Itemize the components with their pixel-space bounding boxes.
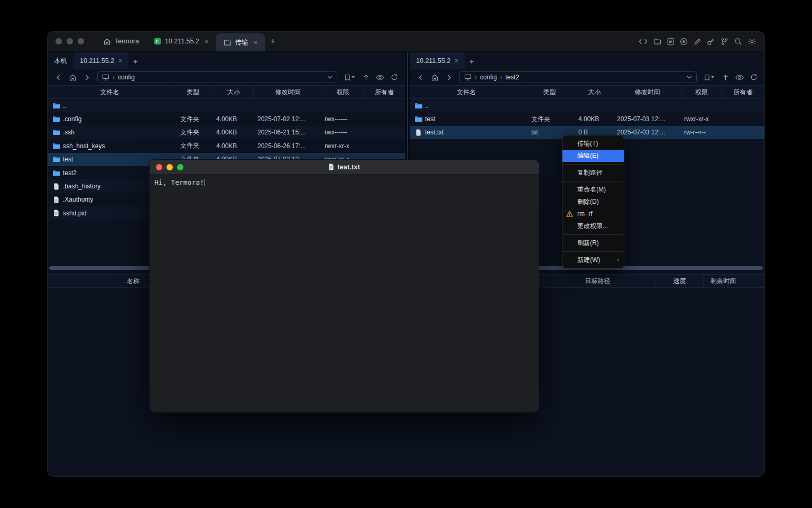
menu-item[interactable]: 删除(D) [562,196,624,208]
column-header[interactable]: 大小 [576,86,613,98]
file-name: .Xauthority [63,196,93,203]
file-icon [52,183,60,190]
show-hidden-button[interactable] [734,72,745,83]
editor-close-button[interactable] [156,164,162,170]
menu-item[interactable]: 复制路径 [562,167,624,179]
menu-item[interactable]: 编辑(E) [562,150,624,162]
zoom-button[interactable] [78,38,84,44]
edit-icon[interactable] [694,38,701,46]
bookmark-button[interactable] [343,72,357,83]
file-icon [52,196,60,203]
menu-item-label: 重命名(M) [577,186,606,193]
editor-content[interactable]: Hi, Termora! [150,175,539,190]
file-mtime: 2025-07-03 12:... [613,129,682,136]
minimize-button[interactable] [67,38,73,44]
submenu-arrow-icon: › [617,254,619,266]
key-icon[interactable] [707,38,715,46]
panel-tab-0[interactable]: 10.211.55.2× [410,52,465,69]
branch-icon[interactable] [721,38,728,46]
back-button[interactable] [415,72,426,83]
panel-tab-1[interactable]: 10.211.55.2× [73,52,128,69]
home-button[interactable] [429,72,440,83]
column-header[interactable]: 所有者 [722,86,764,98]
column-header[interactable]: 权限 [322,86,364,98]
file-table-header: 文件名类型大小修改时间权限所有者 [48,85,405,99]
close-tab-icon[interactable]: × [455,57,458,65]
menu-item[interactable]: 刷新(R) [562,237,624,249]
file-row[interactable]: .ssh文件夹4.00KB2025-06-21 15:...rwx------ [48,126,405,139]
bookmark-button[interactable] [702,72,716,83]
back-button[interactable] [53,72,63,83]
folder-icon[interactable] [653,38,661,45]
menu-item[interactable]: rm -rf [562,208,624,220]
new-panel-tab-button[interactable]: + [128,52,142,69]
column-header[interactable]: 修改时间 [254,86,322,98]
show-hidden-button[interactable] [375,72,385,83]
menu-item-label: 更改权限... [577,222,608,230]
settings-icon[interactable] [748,38,756,46]
file-row[interactable]: .config文件夹4.00KB2025-07-02 12:...rwx----… [48,112,405,125]
path-segment[interactable]: config [118,74,135,81]
titlebar-tabs: Termora10.211.55.2×传输× [96,32,265,51]
titlebar-tab-0[interactable]: Termora [96,32,146,51]
refresh-button[interactable] [389,72,400,83]
file-row[interactable]: .. [48,99,405,112]
log-icon[interactable] [667,38,674,46]
new-panel-tab-button[interactable]: + [465,52,478,69]
forward-button[interactable] [444,72,454,83]
column-header[interactable]: 剩余时间 [704,275,743,287]
file-row[interactable]: ssh_host_keys文件夹4.00KB2025-06-26 17:...r… [48,139,405,152]
file-row[interactable]: test文件夹4.00KB2025-07-03 12:...rwxr-xr-x [410,112,764,125]
close-tab-icon[interactable]: × [254,39,258,47]
path-segment[interactable]: test2 [505,74,519,81]
chevron-down-icon[interactable] [687,76,692,79]
editor-window-controls [150,164,183,170]
column-header[interactable]: 文件名 [410,86,523,98]
file-name: test [425,115,435,123]
file-name: .. [425,102,429,110]
editor-titlebar[interactable]: test.txt [150,160,539,175]
close-tab-icon[interactable]: × [118,57,122,65]
column-header[interactable]: 修改时间 [613,86,682,98]
upload-button[interactable] [720,72,731,83]
close-tab-icon[interactable]: × [205,38,209,46]
column-header[interactable]: 权限 [682,86,722,98]
home-button[interactable] [67,72,78,83]
code-icon[interactable] [639,38,648,45]
window-controls [48,38,96,51]
path-bar[interactable]: ›config [97,71,337,83]
file-row[interactable]: .. [410,99,764,112]
panel-tab-0[interactable]: 本机 [48,52,73,69]
menu-item[interactable]: 重命名(M) [562,184,624,196]
path-bar[interactable]: ›config›test2 [459,71,697,83]
editor-zoom-button[interactable] [177,164,183,170]
menu-item[interactable]: 传输(T) [562,138,624,150]
new-tab-button[interactable]: + [265,36,282,51]
file-type: 文件夹 [172,128,214,137]
path-separator: › [113,74,115,81]
menu-item[interactable]: 新建(W)› [562,254,624,266]
column-header[interactable]: 类型 [172,86,214,98]
close-button[interactable] [56,38,62,44]
forward-button[interactable] [81,72,92,83]
column-header[interactable]: 速度 [656,275,704,287]
upload-button[interactable] [361,72,371,83]
search-icon[interactable] [734,38,742,46]
column-header[interactable]: 所有者 [364,86,405,98]
menu-item[interactable]: 更改权限... [562,220,624,232]
refresh-button[interactable] [749,72,759,83]
left-panel-tabs: 本机10.211.55.2×+ [48,52,405,69]
titlebar-tab-2[interactable]: 传输× [216,33,265,51]
column-header[interactable]: 目标路径 [540,275,656,287]
folder-icon [52,103,60,109]
editor-minimize-button[interactable] [167,164,173,170]
chevron-down-icon[interactable] [327,76,333,79]
column-header[interactable]: 大小 [214,86,254,98]
path-segment[interactable]: config [480,74,497,81]
column-header[interactable]: 类型 [523,86,576,98]
file-size: 4.00KB [214,115,254,123]
file-mtime: 2025-07-03 12:... [613,115,682,123]
column-header[interactable]: 文件名 [48,86,172,98]
titlebar-tab-1[interactable]: 10.211.55.2× [146,32,216,51]
macro-icon[interactable] [680,38,688,46]
